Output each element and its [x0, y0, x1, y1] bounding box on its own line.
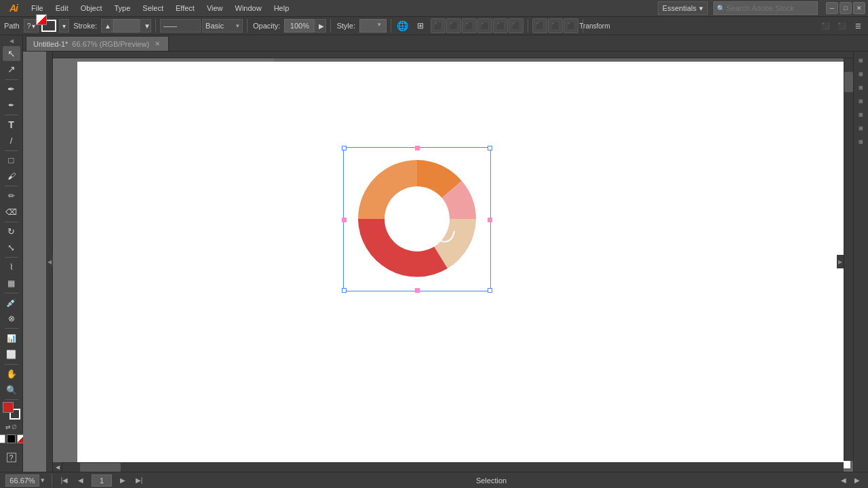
- stroke-color-btn[interactable]: ▾: [59, 19, 69, 33]
- tool-direct-selection[interactable]: ↗: [3, 62, 20, 77]
- align-top-btn[interactable]: ⬛: [477, 18, 492, 33]
- rpanel-btn-4[interactable]: ⊞: [855, 95, 867, 107]
- scrollbar-thumb-h[interactable]: [80, 463, 121, 472]
- minimize-button[interactable]: ─: [826, 2, 838, 14]
- tool-column-graph[interactable]: 📊: [3, 331, 20, 346]
- panel-collapse-right[interactable]: ▶: [837, 255, 844, 268]
- search-bar[interactable]: 🔍: [713, 1, 818, 15]
- tool-blend[interactable]: ⊗: [3, 311, 20, 326]
- scrollbar-vertical[interactable]: [844, 58, 853, 461]
- zoom-control[interactable]: ▾: [5, 474, 45, 487]
- panel-icon2[interactable]: ⬛: [834, 18, 849, 33]
- align-center-btn[interactable]: ⬛: [446, 18, 461, 33]
- fill-stroke-indicator[interactable]: [3, 402, 20, 420]
- status-arrow-right[interactable]: ▶: [852, 475, 863, 486]
- restore-button[interactable]: □: [840, 2, 852, 14]
- menu-view[interactable]: View: [201, 0, 229, 16]
- tool-pen[interactable]: ✒: [3, 82, 20, 97]
- paintbrush-icon: 🖌: [7, 171, 16, 181]
- white-chip[interactable]: [0, 434, 5, 443]
- panel-menu-icon[interactable]: ☰: [850, 18, 865, 33]
- blend-mode-btn[interactable]: ——: [160, 19, 201, 33]
- menu-window[interactable]: Window: [230, 0, 267, 16]
- tool-text[interactable]: T: [3, 117, 20, 132]
- panel-collapse-left[interactable]: ◀: [46, 255, 53, 268]
- tool-eraser[interactable]: ⌫: [3, 204, 20, 219]
- align-middle-btn[interactable]: ⬛: [493, 18, 508, 33]
- tool-artboard[interactable]: ⬜: [3, 346, 20, 361]
- none-color-btn[interactable]: ∅: [12, 424, 17, 430]
- blend-icon: ⊗: [8, 314, 15, 323]
- stroke-color-indicator[interactable]: [41, 20, 56, 32]
- search-input[interactable]: [726, 4, 814, 12]
- scrollbar-thumb-v[interactable]: [844, 72, 853, 92]
- page-input[interactable]: [92, 474, 112, 487]
- tool-rect[interactable]: □: [3, 153, 20, 168]
- tool-zoom[interactable]: 🔍: [3, 382, 20, 397]
- style-btn[interactable]: ▾: [359, 19, 387, 33]
- tool-question[interactable]: ?: [3, 449, 20, 466]
- menu-effect[interactable]: Effect: [170, 0, 200, 16]
- align-bottom-btn[interactable]: ⬛: [509, 18, 524, 33]
- distribute-v-btn[interactable]: ⬛: [548, 18, 563, 33]
- tool-eyedropper[interactable]: 💉: [3, 296, 20, 310]
- canvas-area[interactable]: ◀ ▶ ◀: [23, 52, 853, 472]
- distribute-c-btn[interactable]: ⬛: [564, 18, 578, 33]
- tool-paintbrush[interactable]: 🖌: [3, 169, 20, 184]
- zoom-input[interactable]: [5, 474, 39, 487]
- tool-gradient[interactable]: ▦: [3, 275, 20, 290]
- page-last-btn[interactable]: ▶|: [134, 475, 144, 486]
- rpanel-btn-2[interactable]: ⊞: [855, 68, 867, 80]
- page-next-btn[interactable]: ▶: [117, 475, 128, 486]
- style-label: Style:: [335, 22, 357, 30]
- stroke-value-input[interactable]: [113, 19, 140, 33]
- rpanel-btn-3[interactable]: ⊞: [855, 81, 867, 94]
- rpanel-btn-1[interactable]: ⊞: [855, 54, 867, 66]
- tool-hand[interactable]: ✋: [3, 367, 20, 382]
- panel-collapse-left-icon: ◀: [47, 259, 52, 265]
- black-chip[interactable]: [7, 434, 16, 443]
- globe-icon-btn[interactable]: 🌐: [395, 18, 410, 33]
- blend-line-icon: ——: [163, 22, 177, 30]
- tool-line[interactable]: /: [3, 133, 20, 148]
- document-tab[interactable]: Untitled-1* 66.67% (RGB/Preview) ✕: [26, 36, 169, 51]
- opacity-label: Opacity:: [252, 22, 281, 30]
- blend-mode-dropdown[interactable]: Basic ▾: [202, 19, 243, 33]
- stroke-increase-btn[interactable]: ▼: [140, 19, 151, 33]
- menu-select[interactable]: Select: [137, 0, 169, 16]
- tool-selection[interactable]: ↖: [3, 46, 20, 61]
- tool-scale[interactable]: ⤡: [3, 240, 20, 255]
- menu-type[interactable]: Type: [109, 0, 136, 16]
- menu-object[interactable]: Object: [75, 0, 108, 16]
- stroke-decrease-btn[interactable]: ▲: [101, 19, 112, 33]
- close-button[interactable]: ✕: [853, 2, 865, 14]
- donut-chart-container[interactable]: [346, 150, 488, 289]
- rpanel-btn-5[interactable]: ⊞: [855, 108, 867, 121]
- page-prev-btn[interactable]: ◀: [75, 475, 86, 486]
- grid-icon-btn[interactable]: ⊞: [413, 18, 428, 33]
- menu-edit[interactable]: Edit: [50, 0, 74, 16]
- tool-rotate[interactable]: ↻: [3, 224, 20, 239]
- tool-pencil[interactable]: ✏: [3, 188, 20, 203]
- status-arrow-left[interactable]: ◀: [838, 475, 849, 486]
- distribute-h-btn[interactable]: ⬛: [532, 18, 547, 33]
- swap-colors-btn[interactable]: ⇄: [5, 424, 11, 430]
- toolbar-collapse-btn[interactable]: ◀: [0, 38, 22, 44]
- essentials-dropdown[interactable]: Essentials ▾: [658, 1, 708, 15]
- opacity-arrow-btn[interactable]: ▶: [315, 19, 326, 33]
- page-first-btn[interactable]: |◀: [59, 475, 70, 486]
- rpanel-btn-6[interactable]: ⊞: [855, 122, 867, 134]
- rpanel-btn-7[interactable]: ⊞: [855, 136, 867, 148]
- opacity-input[interactable]: [284, 19, 315, 33]
- align-left-btn[interactable]: ⬛: [431, 18, 446, 33]
- tool-anchor[interactable]: ✒: [3, 98, 20, 113]
- chevron-down-icon: ▾: [699, 4, 703, 13]
- tab-close-btn[interactable]: ✕: [153, 40, 161, 48]
- tool-warp[interactable]: ⌇: [3, 260, 20, 274]
- panel-arrange-icon[interactable]: ⬛: [818, 18, 833, 33]
- menu-help[interactable]: Help: [269, 0, 295, 16]
- transform-btn[interactable]: Transform: [587, 18, 602, 33]
- scrollbar-horizontal[interactable]: [53, 462, 844, 472]
- scroll-left-btn[interactable]: ◀: [53, 462, 62, 472]
- align-right-btn[interactable]: ⬛: [462, 18, 477, 33]
